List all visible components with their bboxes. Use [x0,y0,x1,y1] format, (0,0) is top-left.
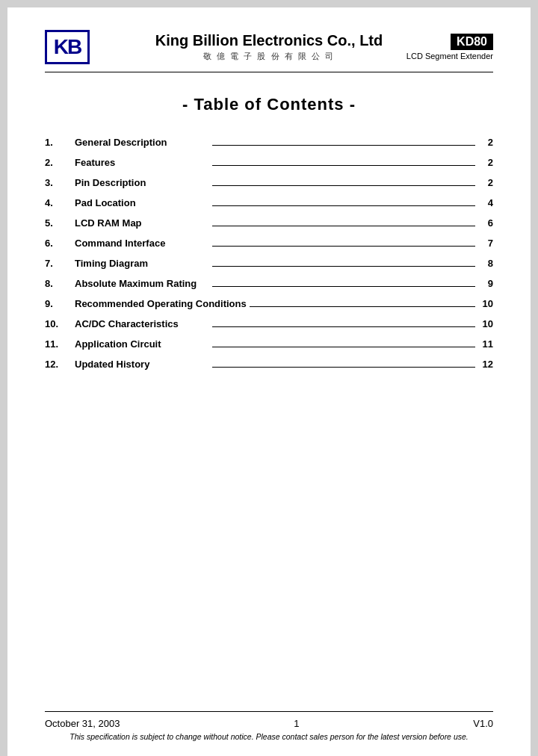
toc-item-label: Absolute Maximum Rating [75,278,209,289]
toc-row: 12.Updated History12 [45,359,493,370]
toc-item-label: AC/DC Characteristics [75,318,209,329]
toc-item-dots [212,185,475,186]
toc-item-num: 10. [45,318,75,329]
toc-item-page: 2 [478,177,493,188]
company-chinese: 敬 億 電 子 股 份 有 限 公 司 [134,51,404,62]
toc-item-page: 8 [478,258,493,269]
toc-row: 2.Features2 [45,157,493,168]
toc-item-label: Recommended Operating Conditions [75,298,247,309]
toc-item-num: 4. [45,197,75,208]
toc-item-page: 2 [478,137,493,148]
toc-item-page: 9 [478,278,493,289]
footer-page: 1 [294,718,299,729]
toc-item-num: 1. [45,137,75,148]
toc-item-dots [212,226,475,226]
toc-item-num: 9. [45,298,75,309]
toc-row: 5.LCD RAM Map6 [45,217,493,229]
toc-row: 11.Application Circuit11 [45,338,493,350]
toc-item-label: Pin Description [75,177,209,188]
toc-item-dots [212,286,475,287]
toc-item-page: 12 [478,359,493,370]
toc-item-label: Command Interface [75,238,209,249]
toc-item-label: Timing Diagram [75,258,209,269]
logo-box: KB [45,30,90,64]
toc-item-page: 2 [478,157,493,168]
footer-version: V1.0 [473,718,493,729]
toc-row: 4.Pad Location4 [45,197,493,208]
toc-item-label: Application Circuit [75,338,209,350]
toc-item-dots [212,367,475,368]
toc-item-dots [212,205,475,206]
toc-item-num: 5. [45,217,75,229]
toc-item-dots [212,347,475,347]
logo-kb: KB [54,35,81,59]
toc-row: 6.Command Interface7 [45,238,493,249]
toc-item-label: Updated History [75,359,209,370]
toc-list: 1.General Description22.Features23.Pin D… [45,137,493,370]
toc-row: 1.General Description2 [45,137,493,148]
toc-row: 3.Pin Description2 [45,177,493,188]
header: KB King Billion Electronics Co., Ltd 敬 億… [45,30,493,72]
logo-container: KB [45,30,134,64]
toc-row: 7.Timing Diagram8 [45,258,493,269]
toc-item-num: 2. [45,157,75,168]
kd80-badge: KD80 [451,34,493,50]
toc-item-num: 3. [45,177,75,188]
toc-item-dots [212,326,475,327]
toc-item-page: 10 [478,318,493,329]
toc-item-label: Pad Location [75,197,209,208]
toc-row: 10.AC/DC Characteristics10 [45,318,493,329]
toc-item-dots [212,266,475,267]
toc-item-dots [212,145,475,146]
toc-item-dots [250,306,475,307]
toc-item-num: 7. [45,258,75,269]
toc-item-label: General Description [75,137,209,148]
page: KB King Billion Electronics Co., Ltd 敬 億… [7,7,531,756]
footer-date: October 31, 2003 [45,718,120,729]
toc-item-page: 11 [478,338,493,350]
footer-disclaimer: This specification is subject to change … [45,732,493,741]
toc-item-dots [212,246,475,247]
lcd-subtitle: LCD Segment Extender [406,52,493,61]
footer: October 31, 2003 1 V1.0 This specificati… [45,711,493,741]
toc-item-num: 8. [45,278,75,289]
toc-item-dots [212,165,475,166]
toc-item-num: 6. [45,238,75,249]
header-right: KD80 LCD Segment Extender [404,34,493,61]
toc-row: 8.Absolute Maximum Rating9 [45,278,493,289]
toc-title: - Table of Contents - [45,95,493,114]
toc-item-label: Features [75,157,209,168]
toc-item-page: 7 [478,238,493,249]
toc-item-page: 4 [478,197,493,208]
toc-item-page: 10 [478,298,493,309]
toc-row: 9.Recommended Operating Conditions10 [45,298,493,309]
toc-item-num: 12. [45,359,75,370]
toc-item-page: 6 [478,217,493,229]
toc-item-num: 11. [45,338,75,350]
header-center: King Billion Electronics Co., Ltd 敬 億 電 … [134,32,404,62]
company-name: King Billion Electronics Co., Ltd [134,32,404,49]
toc-item-label: LCD RAM Map [75,217,209,229]
product-code: KD80 [457,35,487,48]
footer-main: October 31, 2003 1 V1.0 [45,718,493,729]
